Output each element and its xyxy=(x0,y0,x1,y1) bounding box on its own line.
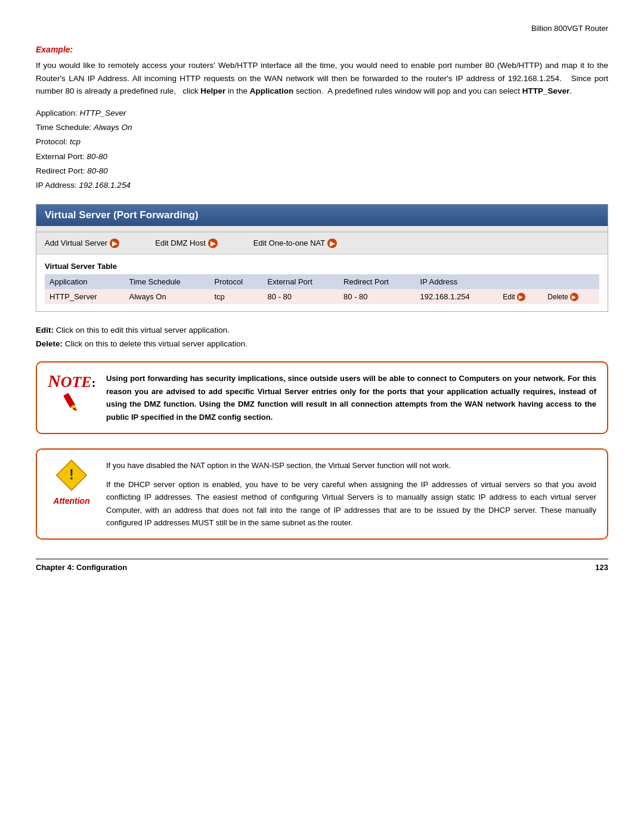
chapter-label: Chapter 4: Configuration xyxy=(36,563,127,572)
config-ip-address: IP Address: 192.168.1.254 xyxy=(36,178,608,193)
config-list: Application: HTTP_Sever Time Schedule: A… xyxy=(36,106,608,193)
config-time-schedule: Time Schedule: Always On xyxy=(36,120,608,135)
row-protocol: tcp xyxy=(210,289,263,304)
vs-table-title: Virtual Server Table xyxy=(45,262,599,271)
attention-label: Attention xyxy=(53,496,89,506)
col-edit xyxy=(498,274,543,289)
note-text-icon: NOTE: xyxy=(48,372,95,390)
col-redirect-port: Redirect Port xyxy=(339,274,415,289)
edit-dmz-host-button[interactable]: Edit DMZ Host ▶ xyxy=(155,239,218,248)
table-row: HTTP_Server Always On tcp 80 - 80 80 - 8… xyxy=(45,289,599,304)
edit-nat-arrow-icon: ▶ xyxy=(327,239,337,248)
config-protocol: Protocol: tcp xyxy=(36,135,608,149)
add-virtual-server-label: Add Virtual Server xyxy=(45,239,107,247)
col-protocol: Protocol xyxy=(210,274,263,289)
pen-icon xyxy=(48,390,95,417)
col-time-schedule: Time Schedule xyxy=(125,274,210,289)
vs-table-section: Virtual Server Table Application Time Sc… xyxy=(36,255,608,311)
edit-delete-descriptions: Edit: Click on this to edit this virtual… xyxy=(36,324,608,351)
page-footer: Chapter 4: Configuration 123 xyxy=(36,559,608,572)
delete-circle-icon: ▶ xyxy=(570,293,578,301)
svg-text:!: ! xyxy=(69,467,74,482)
attention-para1: If you have disabled the NAT option in t… xyxy=(106,459,596,472)
row-redirect-port: 80 - 80 xyxy=(339,289,415,304)
edit-nat-label: Edit One-to-one NAT xyxy=(253,239,325,247)
attention-content: If you have disabled the NAT option in t… xyxy=(106,459,596,529)
add-virtual-server-button[interactable]: Add Virtual Server ▶ xyxy=(45,239,119,248)
vs-table-header-row: Application Time Schedule Protocol Exter… xyxy=(45,274,599,289)
edit-desc-label: Edit: xyxy=(36,326,54,335)
col-external-port: External Port xyxy=(263,274,339,289)
config-external-port: External Port: 80-80 xyxy=(36,150,608,164)
delete-desc-label: Delete: xyxy=(36,339,63,348)
edit-desc-text: Click on this to edit this virtual serve… xyxy=(56,326,230,335)
edit-description: Edit: Click on this to edit this virtual… xyxy=(36,324,608,337)
row-ip-address: 192.168.1.254 xyxy=(416,289,499,304)
diamond-warning-icon: ! xyxy=(55,459,88,491)
edit-circle-icon: ▶ xyxy=(517,293,525,301)
vs-table-body: HTTP_Server Always On tcp 80 - 80 80 - 8… xyxy=(45,289,599,304)
vs-table: Application Time Schedule Protocol Exter… xyxy=(45,274,599,304)
attention-icon-area: ! Attention xyxy=(48,459,95,506)
row-time-schedule: Always On xyxy=(125,289,210,304)
vs-table-header: Application Time Schedule Protocol Exter… xyxy=(45,274,599,289)
note-box: NOTE: Using port forwarding has security… xyxy=(36,361,608,434)
delete-label: Delete xyxy=(547,293,568,301)
header-title: Billion 800VGT Router xyxy=(531,24,608,33)
edit-row-button[interactable]: Edit ▶ xyxy=(503,293,525,301)
virtual-server-box: Virtual Server (Port Forwarding) Add Vir… xyxy=(36,204,608,312)
example-heading: Example: xyxy=(36,45,608,54)
col-application: Application xyxy=(45,274,125,289)
col-ip-address: IP Address xyxy=(416,274,499,289)
row-delete-cell: Delete ▶ xyxy=(543,289,599,304)
vs-buttons-row: Add Virtual Server ▶ Edit DMZ Host ▶ Edi… xyxy=(36,232,608,255)
config-application: Application: HTTP_Sever xyxy=(36,106,608,120)
add-virtual-server-arrow-icon: ▶ xyxy=(110,239,119,248)
col-delete xyxy=(543,274,599,289)
attention-para2: If the DHCP server option is enabled, yo… xyxy=(106,478,596,529)
edit-dmz-arrow-icon: ▶ xyxy=(208,239,218,248)
note-content: Using port forwarding has security impli… xyxy=(106,372,596,423)
intro-paragraph: If you would like to remotely access you… xyxy=(36,59,608,98)
vs-title: Virtual Server (Port Forwarding) xyxy=(36,205,608,226)
row-external-port: 80 - 80 xyxy=(263,289,339,304)
delete-row-button[interactable]: Delete ▶ xyxy=(547,293,578,301)
edit-label: Edit xyxy=(503,293,515,301)
edit-one-to-one-nat-button[interactable]: Edit One-to-one NAT ▶ xyxy=(253,239,337,248)
page-header: Billion 800VGT Router xyxy=(36,24,608,33)
row-edit-cell: Edit ▶ xyxy=(498,289,543,304)
note-icon-area: NOTE: xyxy=(48,372,95,417)
attention-box: ! Attention If you have disabled the NAT… xyxy=(36,448,608,540)
edit-dmz-label: Edit DMZ Host xyxy=(155,239,206,247)
delete-description: Delete: Click on this to delete this vir… xyxy=(36,337,608,351)
row-application: HTTP_Server xyxy=(45,289,125,304)
config-redirect-port: Redirect Port: 80-80 xyxy=(36,164,608,178)
page-number: 123 xyxy=(595,563,608,572)
delete-desc-text: Click on this to delete this virtual ser… xyxy=(65,339,247,348)
